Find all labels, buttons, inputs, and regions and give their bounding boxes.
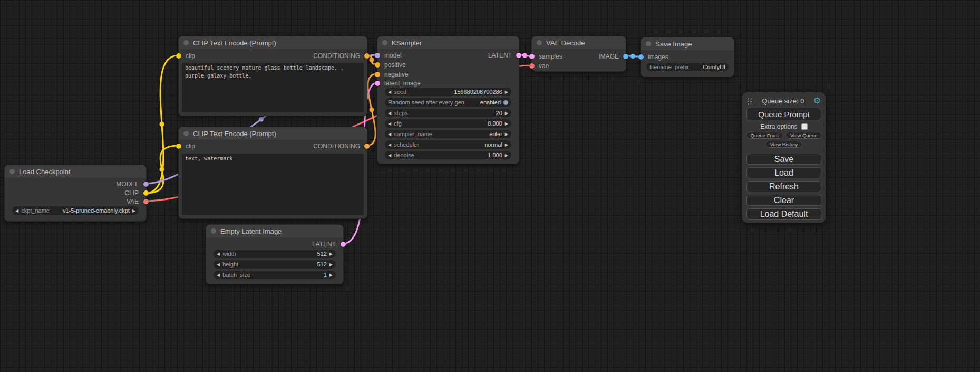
increment-arrow-icon[interactable]: ▶ bbox=[505, 121, 508, 126]
cfg-widget[interactable]: ◀ cfg 8.000 ▶ bbox=[385, 119, 511, 128]
increment-arrow-icon[interactable]: ▶ bbox=[329, 262, 333, 267]
random-seed-toggle-widget[interactable]: Random seed after every gen enabled bbox=[385, 98, 511, 107]
node-load-checkpoint[interactable]: Load Checkpoint MODEL CLIP VAE ◀ ckpt_na… bbox=[4, 165, 147, 222]
decrement-arrow-icon[interactable]: ◀ bbox=[15, 208, 18, 213]
decrement-arrow-icon[interactable]: ◀ bbox=[388, 121, 391, 126]
link-midpoint-dot bbox=[160, 122, 164, 127]
seed-widget[interactable]: ◀ seed 156680208700286 ▶ bbox=[385, 88, 511, 96]
decrement-arrow-icon[interactable]: ◀ bbox=[388, 90, 391, 94]
sampler-name-widget[interactable]: ◀ sampler_name euler ▶ bbox=[385, 130, 511, 138]
decrement-arrow-icon[interactable]: ◀ bbox=[217, 273, 220, 278]
clip-input-slot[interactable] bbox=[176, 144, 181, 149]
node-empty-latent-image[interactable]: Empty Latent Image LATENT ◀ width 512 ▶ … bbox=[206, 224, 344, 284]
increment-arrow-icon[interactable]: ▶ bbox=[505, 142, 508, 147]
node-header[interactable]: KSampler bbox=[377, 36, 519, 49]
save-button[interactable]: Save bbox=[746, 154, 821, 165]
decrement-arrow-icon[interactable]: ◀ bbox=[388, 132, 391, 137]
input-label-clip: clip bbox=[186, 53, 195, 59]
decrement-arrow-icon[interactable]: ◀ bbox=[217, 252, 220, 256]
clip-output-slot[interactable] bbox=[143, 190, 149, 196]
widget-label: width bbox=[222, 251, 236, 257]
increment-arrow-icon[interactable]: ▶ bbox=[505, 132, 508, 137]
latent-image-input-slot[interactable] bbox=[375, 81, 380, 86]
height-widget[interactable]: ◀ height 512 ▶ bbox=[214, 260, 336, 269]
decrement-arrow-icon[interactable]: ◀ bbox=[388, 142, 391, 147]
filename-prefix-widget[interactable]: filename_prefix ComfyUI bbox=[646, 63, 729, 71]
node-ksampler[interactable]: KSampler model positive negative latent_… bbox=[377, 36, 519, 164]
vae-output-slot[interactable] bbox=[143, 199, 149, 204]
steps-widget[interactable]: ◀ steps 20 ▶ bbox=[385, 109, 511, 117]
image-output-slot[interactable] bbox=[623, 54, 628, 59]
positive-prompt-textarea[interactable]: beautiful scenery nature glass bottle la… bbox=[182, 63, 364, 112]
decrement-arrow-icon[interactable]: ◀ bbox=[217, 262, 220, 267]
latent-output-slot[interactable] bbox=[516, 53, 521, 58]
collapse-dot-icon[interactable] bbox=[183, 40, 189, 45]
settings-gear-icon[interactable]: ⚙ bbox=[813, 97, 821, 105]
load-button[interactable]: Load bbox=[746, 167, 821, 178]
width-widget[interactable]: ◀ width 512 ▶ bbox=[214, 250, 336, 258]
refresh-button[interactable]: Refresh bbox=[746, 181, 821, 192]
model-output-slot[interactable] bbox=[143, 182, 149, 187]
negative-prompt-textarea[interactable]: text, watermark bbox=[182, 154, 364, 215]
extra-options-checkbox[interactable] bbox=[801, 123, 808, 130]
node-header[interactable]: CLIP Text Encode (Prompt) bbox=[179, 127, 367, 140]
node-clip-text-encode-positive[interactable]: CLIP Text Encode (Prompt) clip CONDITION… bbox=[178, 36, 367, 116]
increment-arrow-icon[interactable]: ▶ bbox=[329, 273, 333, 278]
collapse-dot-icon[interactable] bbox=[183, 131, 189, 136]
widget-value: 512 bbox=[317, 261, 326, 268]
view-history-button[interactable]: View History bbox=[765, 141, 803, 148]
output-label-latent: LATENT bbox=[488, 52, 512, 59]
node-header[interactable]: Empty Latent Image bbox=[206, 225, 343, 237]
vae-input-slot[interactable] bbox=[529, 63, 535, 69]
queue-prompt-button[interactable]: Queue Prompt bbox=[746, 108, 821, 120]
node-header[interactable]: VAE Decode bbox=[532, 36, 626, 49]
increment-arrow-icon[interactable]: ▶ bbox=[505, 111, 508, 116]
samples-input-slot[interactable] bbox=[529, 54, 535, 59]
drag-handle-icon[interactable] bbox=[747, 97, 753, 105]
node-title: Empty Latent Image bbox=[220, 227, 282, 235]
increment-arrow-icon[interactable]: ▶ bbox=[505, 153, 508, 158]
widget-label: steps bbox=[394, 110, 407, 116]
decrement-arrow-icon[interactable]: ◀ bbox=[388, 153, 391, 158]
negative-input-slot[interactable] bbox=[375, 72, 380, 77]
extra-options-label: Extra options bbox=[760, 123, 797, 130]
toggle-dot-icon[interactable] bbox=[503, 100, 508, 105]
clip-input-slot[interactable] bbox=[176, 53, 181, 59]
view-queue-button[interactable]: View Queue bbox=[785, 132, 822, 139]
batch-size-widget[interactable]: ◀ batch_size 1 ▶ bbox=[214, 271, 336, 279]
workflow-buttons: Save Load Refresh Clear Load Default bbox=[746, 154, 821, 220]
increment-arrow-icon[interactable]: ▶ bbox=[505, 90, 508, 94]
images-input-slot[interactable] bbox=[638, 54, 644, 60]
denoise-widget[interactable]: ◀ denoise 1.000 ▶ bbox=[385, 151, 511, 159]
collapse-dot-icon[interactable] bbox=[9, 169, 15, 174]
node-title: KSampler bbox=[392, 39, 422, 47]
conditioning-output-slot[interactable] bbox=[364, 53, 370, 59]
collapse-dot-icon[interactable] bbox=[646, 41, 651, 46]
node-clip-text-encode-negative[interactable]: CLIP Text Encode (Prompt) clip CONDITION… bbox=[178, 127, 367, 219]
conditioning-output-slot[interactable] bbox=[364, 144, 370, 149]
load-default-button[interactable]: Load Default bbox=[746, 208, 821, 220]
input-label-model: model bbox=[384, 52, 402, 59]
collapse-dot-icon[interactable] bbox=[537, 40, 542, 45]
increment-arrow-icon[interactable]: ▶ bbox=[132, 208, 135, 213]
widget-value: normal bbox=[484, 141, 502, 148]
node-save-image[interactable]: Save Image images filename_prefix ComfyU… bbox=[641, 37, 734, 77]
collapse-dot-icon[interactable] bbox=[382, 40, 387, 45]
node-header[interactable]: Save Image bbox=[641, 37, 734, 50]
decrement-arrow-icon[interactable]: ◀ bbox=[388, 111, 391, 116]
widget-value: euler bbox=[489, 131, 502, 137]
increment-arrow-icon[interactable]: ▶ bbox=[329, 252, 333, 256]
queue-front-button[interactable]: Queue Front bbox=[746, 132, 783, 139]
ckpt-name-widget[interactable]: ◀ ckpt_name v1-5-pruned-emaonly.ckpt ▶ bbox=[12, 206, 139, 215]
model-input-slot[interactable] bbox=[375, 53, 380, 58]
node-header[interactable]: CLIP Text Encode (Prompt) bbox=[179, 36, 367, 49]
scheduler-widget[interactable]: ◀ scheduler normal ▶ bbox=[385, 140, 511, 149]
clear-button[interactable]: Clear bbox=[746, 195, 821, 206]
node-vae-decode[interactable]: VAE Decode samples vae IMAGE bbox=[531, 36, 626, 72]
positive-input-slot[interactable] bbox=[375, 62, 380, 68]
widget-value: ComfyUI bbox=[703, 64, 725, 70]
graph-canvas[interactable]: Load Checkpoint MODEL CLIP VAE ◀ ckpt_na… bbox=[0, 0, 980, 372]
node-header[interactable]: Load Checkpoint bbox=[5, 165, 146, 178]
collapse-dot-icon[interactable] bbox=[211, 228, 216, 234]
latent-output-slot[interactable] bbox=[341, 242, 346, 247]
